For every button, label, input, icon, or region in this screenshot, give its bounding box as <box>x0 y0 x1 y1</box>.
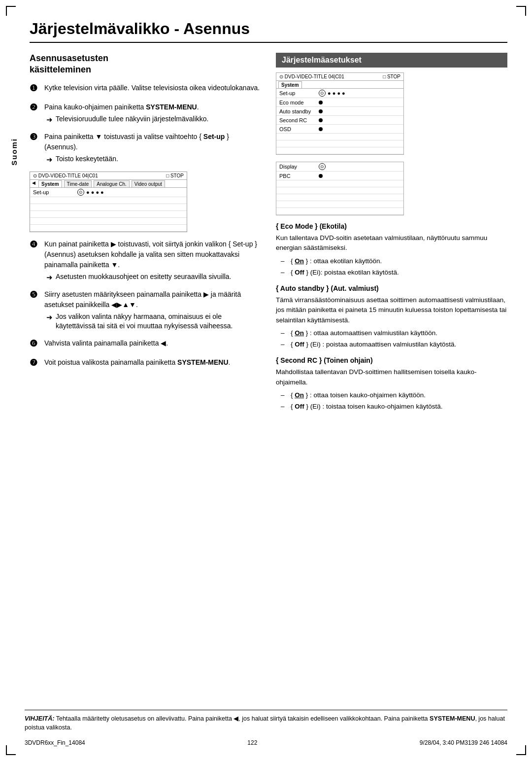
second-rc-on-bullet: – { On } : ottaa toisen kauko-ohjaimen k… <box>281 390 507 400</box>
step-2-number: ❷ <box>30 101 41 114</box>
eco-mode-heading: { Eco Mode } (Ekotila) <box>276 222 507 230</box>
second-rc-label: Second RC <box>279 117 319 123</box>
footer-note-text: Tehtaalla määritetty oletusasetus on all… <box>25 715 505 731</box>
corner-tl <box>6 6 16 16</box>
step-1: ❶ Kytke television virta päälle. Valitse… <box>30 83 261 95</box>
screen-row-setup: Set-up ⊙ ● ● ● ● <box>30 188 187 197</box>
screen-right-nav: System <box>276 81 403 89</box>
screen-empty-1 <box>30 197 187 204</box>
screen-empty-r2 <box>276 140 403 147</box>
footer-left: 3DVDR6xx_Fin_14084 <box>25 739 85 746</box>
screen-eco-mode: Eco mode <box>276 98 403 107</box>
screen-display-pbc: Display ⊙ PBC <box>276 162 404 215</box>
screen-empty-3 <box>30 211 187 218</box>
standby-on-bullet: – { On } : ottaa automaattisen valmiusti… <box>281 328 507 338</box>
step-2-arrow: ➜ Televisioruudulle tulee näkyviin järje… <box>46 114 261 125</box>
second-rc-heading: { Second RC } (Toinen ohjain) <box>276 356 507 364</box>
pbc-label: PBC <box>279 173 319 179</box>
step-5: ❺ Siirry asetusten määritykseen painamal… <box>30 289 261 331</box>
screen-display-1: ⊙ DVD-VIDEO-TITLE 04|C01 □ STOP ◀ System… <box>30 172 187 232</box>
screen-mockup-1: ⊙ DVD-VIDEO-TITLE 04|C01 □ STOP ◀ System… <box>30 172 261 232</box>
second-rc-bullets: – { On } : ottaa toisen kauko-ohjaimen k… <box>276 390 507 412</box>
eco-on-bullet: – { On } : ottaa ekotilan käyttöön. <box>281 256 507 266</box>
screen-empty-r5 <box>276 187 403 194</box>
step-4-number: ❹ <box>30 238 41 251</box>
screen-empty-5 <box>30 225 187 232</box>
screen-pbc: PBC <box>276 172 403 180</box>
screen-display: Display ⊙ <box>276 162 403 172</box>
arrow-icon-2: ➜ <box>46 154 53 165</box>
sidebar-label: Suomi <box>10 138 18 166</box>
step-5-content: Siirry asetusten määritykseen painamalla… <box>44 289 261 331</box>
content-grid: Asennusasetusten käsitteleminen ❶ Kytke … <box>30 53 507 416</box>
step-3-number: ❸ <box>30 131 41 144</box>
footer-center: 122 <box>247 739 257 746</box>
tab-video: Video output <box>132 180 165 187</box>
arrow-icon: ➜ <box>46 114 53 125</box>
screen-empty-r6 <box>276 194 403 201</box>
auto-standby-body: Tämä virransäästöominaisuus asettaa soit… <box>276 295 507 325</box>
step-2: ❷ Paina kauko-ohjaimen painiketta SYSTEM… <box>30 102 261 125</box>
display-label: Display <box>279 164 319 170</box>
dash-5: – <box>281 390 289 400</box>
footer-right: 9/28/04, 3:40 PM3139 246 14084 <box>420 739 507 746</box>
auto-standby-label: Auto standby <box>279 108 319 114</box>
screen-empty-4 <box>30 218 187 225</box>
setup-icon: ⊙ <box>77 189 84 196</box>
eco-mode-body: Kun tallentava DVD-soitin asetetaan valm… <box>276 233 507 253</box>
arrow-icon-4: ➜ <box>46 272 53 282</box>
eco-mode-dot <box>319 101 323 104</box>
auto-standby-heading: { Auto standby } (Aut. valmiust) <box>276 284 507 292</box>
screen-auto-standby: Auto standby <box>276 107 403 116</box>
step-7: ❼ Voit poistua valikosta painamalla pain… <box>30 357 261 370</box>
tab-analogue: Analogue Ch. <box>94 180 130 187</box>
dash-4: – <box>281 340 289 349</box>
step-6-number: ❻ <box>30 337 41 350</box>
footer-bottom: 3DVDR6xx_Fin_14084 122 9/28/04, 3:40 PM3… <box>25 739 507 746</box>
left-section-heading: Asennusasetusten käsitteleminen <box>30 53 261 76</box>
standby-on-text: { On } : ottaa automaattisen valmiustila… <box>291 328 437 338</box>
tab-right-system: System <box>278 81 302 88</box>
standby-off-text: { Off } (Ei) : poistaa automaattisen val… <box>291 340 456 349</box>
osd-dot <box>319 127 323 131</box>
corner-bl <box>6 745 16 755</box>
eco-on-text: { On } : ottaa ekotilan käyttöön. <box>291 256 382 266</box>
pbc-dot <box>319 174 323 178</box>
screen-right-title-left: ⊙ DVD-VIDEO-TITLE 04|C01 <box>279 74 344 79</box>
screen-empty-r7 <box>276 201 403 208</box>
step-3: ❸ Paina painiketta ▼ toistuvasti ja vali… <box>30 132 261 165</box>
eco-mode-label: Eco mode <box>279 100 319 105</box>
screen-empty-r3 <box>276 147 403 154</box>
footer-note-bold: VIHJEITÄ: <box>25 715 54 722</box>
eco-mode-bullets: – { On } : ottaa ekotilan käyttöön. – { … <box>276 256 507 278</box>
setup-dots-right: ● ● ● ● <box>328 90 345 96</box>
step-1-content: Kytke television virta päälle. Valitse t… <box>44 83 261 93</box>
dash-3: – <box>281 328 289 338</box>
step-4: ❹ Kun painat painiketta ▶ toistuvasti, v… <box>30 239 261 282</box>
step-5-arrow: ➜ Jos valikon valinta näkyy harmaana, om… <box>46 312 261 331</box>
step-4-content: Kun painat painiketta ▶ toistuvasti, voi… <box>44 239 261 282</box>
step-6-content: Vahvista valinta painamalla painiketta ◀… <box>44 338 261 348</box>
page-container: Suomi Järjestelmävalikko - Asennus Asenn… <box>0 0 532 761</box>
setup-label: Set-up <box>33 189 77 195</box>
dash-2: – <box>281 268 289 277</box>
auto-standby-dot <box>319 109 323 113</box>
footer: VIHJEITÄ: Tehtaalla määritetty oletusase… <box>25 710 507 747</box>
right-section-title: Järjestelmäasetukset <box>276 53 507 68</box>
page-title: Järjestelmävalikko - Asennus <box>30 20 507 43</box>
second-rc-off-bullet: – { Off } (Ei) : toistaa toisen kauko-oh… <box>281 402 507 412</box>
step-3-content: Paina painiketta ▼ toistuvasti ja valits… <box>44 132 261 165</box>
footer-note: VIHJEITÄ: Tehtaalla määritetty oletusase… <box>25 710 507 733</box>
screen-osd: OSD <box>276 125 403 134</box>
step-2-content: Paina kauko-ohjaimen painiketta SYSTEM-M… <box>44 102 261 125</box>
corner-tr <box>516 6 526 16</box>
second-rc-on-text: { On } : ottaa toisen kauko-ohjaimen käy… <box>291 390 426 400</box>
display-icon: ⊙ <box>319 163 326 170</box>
step-4-arrow: ➜ Asetusten muokkausohjeet on esitetty s… <box>46 272 261 282</box>
eco-off-text: { Off } (Ei): poistaa ekotilan käytöstä. <box>291 268 399 277</box>
second-rc-body: Mahdollistaa tallentavan DVD-soittimen h… <box>276 367 507 387</box>
setup-dots: ● ● ● ● <box>86 189 104 195</box>
screen-system-menu: ⊙ DVD-VIDEO-TITLE 04|C01 □ STOP System S… <box>276 72 404 155</box>
arrow-icon-5: ➜ <box>46 312 53 322</box>
screen-top-bar: ⊙ DVD-VIDEO-TITLE 04|C01 □ STOP <box>30 172 187 180</box>
